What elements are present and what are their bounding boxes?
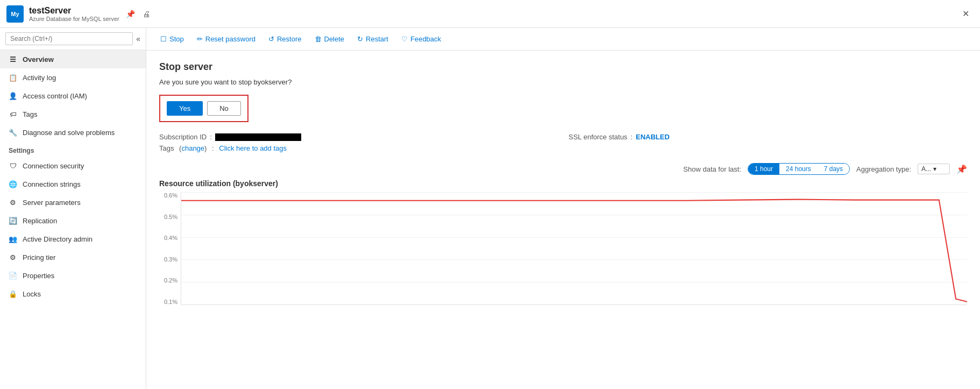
stop-button[interactable]: ☐ Stop <box>155 32 189 46</box>
aggregation-label: Aggregation type: <box>856 165 911 173</box>
aggregation-select[interactable]: A... ▾ <box>918 164 950 174</box>
page-content: Stop server Are you sure you want to sto… <box>146 51 980 389</box>
time-7days-button[interactable]: 7 days <box>818 164 849 174</box>
sidebar-item-label: Server parameters <box>23 199 81 207</box>
subscription-row: Subscription ID : <box>159 133 558 141</box>
sidebar-item-label: Activity log <box>23 74 56 82</box>
properties-icon: 📄 <box>9 271 17 280</box>
sidebar-item-server-parameters[interactable]: ⚙ Server parameters <box>0 193 146 211</box>
sidebar-item-tags[interactable]: 🏷 Tags <box>0 105 146 123</box>
chart-controls: Show data for last: 1 hour 24 hours 7 da… <box>159 163 967 175</box>
main-container: « ☰ Overview 📋 Activity log 👤 Access con… <box>0 28 980 389</box>
sidebar-item-label: Overview <box>23 55 54 63</box>
sidebar-item-replication[interactable]: 🔄 Replication <box>0 211 146 230</box>
sidebar-item-diagnose[interactable]: 🔧 Diagnose and solve problems <box>0 123 146 142</box>
chart-y-axis: 0.6% 0.5% 0.4% 0.3% 0.2% 0.1% <box>159 192 181 305</box>
replication-icon: 🔄 <box>9 216 17 225</box>
sidebar-item-label: Active Directory admin <box>23 235 93 243</box>
reset-password-button[interactable]: ✏ Reset password <box>191 32 261 46</box>
pin-button[interactable]: 📌 <box>125 9 136 19</box>
y-label-4: 0.4% <box>164 235 177 241</box>
activity-log-icon: 📋 <box>9 73 17 82</box>
collapse-button[interactable]: « <box>136 34 140 43</box>
heart-icon: ♡ <box>401 35 408 43</box>
sidebar-item-overview[interactable]: ☰ Overview <box>0 50 146 68</box>
sidebar-item-label: Locks <box>23 290 41 298</box>
time-24hours-button[interactable]: 24 hours <box>779 164 818 174</box>
y-label-6: 0.6% <box>164 192 177 199</box>
sidebar-item-activity-log[interactable]: 📋 Activity log <box>0 68 146 87</box>
sidebar-item-label: Replication <box>23 217 57 225</box>
pricing-tier-icon: ⚙ <box>9 253 17 261</box>
content-area: ☐ Stop ✏ Reset password ↺ Restore 🗑 Dele… <box>146 28 980 389</box>
chart-line-svg <box>181 192 967 305</box>
sidebar-item-pricing-tier[interactable]: ⚙ Pricing tier <box>0 248 146 266</box>
active-directory-icon: 👥 <box>9 235 17 243</box>
sidebar-item-access-control[interactable]: 👤 Access control (IAM) <box>0 87 146 105</box>
confirm-box: Yes No <box>159 95 248 122</box>
y-label-1: 0.1% <box>164 299 177 305</box>
aggregation-value: A... <box>921 165 931 173</box>
connection-strings-icon: 🌐 <box>9 180 17 188</box>
stop-server-description: Are you sure you want to stop byokserver… <box>159 78 967 86</box>
subscription-value <box>215 133 301 141</box>
server-subtitle: Azure Database for MySQL server <box>29 16 119 22</box>
restore-button[interactable]: ↺ Restore <box>263 32 307 46</box>
chart-title: Resource utilization (byokserver) <box>159 179 967 188</box>
overview-icon: ☰ <box>9 55 17 63</box>
tags-icon: 🏷 <box>9 110 17 118</box>
title-bar-left: My testServer Azure Database for MySQL s… <box>6 5 151 23</box>
sidebar-item-label: Pricing tier <box>23 253 55 261</box>
sidebar-item-label: Connection strings <box>23 180 81 188</box>
time-1hour-button[interactable]: 1 hour <box>748 164 779 174</box>
feedback-button[interactable]: ♡ Feedback <box>396 32 446 46</box>
chart-pin-icon[interactable]: 📌 <box>956 164 967 174</box>
trash-icon: 🗑 <box>315 35 322 43</box>
chart-container: 0.6% 0.5% 0.4% 0.3% 0.2% 0.1% <box>159 192 967 316</box>
locks-icon: 🔒 <box>9 289 17 298</box>
sidebar-search-container: « <box>0 28 146 50</box>
subscription-label: Subscription ID <box>159 133 207 141</box>
diagnose-icon: 🔧 <box>9 128 17 137</box>
show-data-label: Show data for last: <box>683 165 741 173</box>
title-bar: My testServer Azure Database for MySQL s… <box>0 0 980 28</box>
y-label-3: 0.3% <box>164 256 177 263</box>
connection-security-icon: 🛡 <box>9 161 17 170</box>
search-input[interactable] <box>5 32 133 45</box>
access-control-icon: 👤 <box>9 91 17 100</box>
tags-label: Tags <box>159 144 174 152</box>
delete-button[interactable]: 🗑 Delete <box>309 32 350 46</box>
title-info: testServer Azure Database for MySQL serv… <box>29 6 119 22</box>
restore-icon: ↺ <box>268 35 274 43</box>
sidebar-item-active-directory[interactable]: 👥 Active Directory admin <box>0 230 146 248</box>
sidebar-item-connection-strings[interactable]: 🌐 Connection strings <box>0 175 146 193</box>
server-name: testServer <box>29 6 119 16</box>
sidebar-item-label: Connection security <box>23 162 84 170</box>
tags-change-link[interactable]: change <box>181 144 204 152</box>
sidebar-item-label: Properties <box>23 272 54 280</box>
tags-row: Tags (change) : Click here to add tags <box>159 144 558 152</box>
sidebar-item-label: Diagnose and solve problems <box>23 129 115 137</box>
sidebar-item-locks[interactable]: 🔒 Locks <box>0 285 146 303</box>
ssl-label: SSL enforce status <box>569 133 627 141</box>
server-parameters-icon: ⚙ <box>9 198 17 207</box>
pencil-icon: ✏ <box>197 35 203 43</box>
server-info-grid: Subscription ID : SSL enforce status : E… <box>159 133 967 152</box>
restart-icon: ↻ <box>357 35 363 43</box>
time-buttons: 1 hour 24 hours 7 days <box>748 163 850 175</box>
close-button[interactable]: ✕ <box>958 6 974 21</box>
sidebar-item-label: Access control (IAM) <box>23 92 87 100</box>
restart-button[interactable]: ↻ Restart <box>352 32 394 46</box>
sidebar-item-connection-security[interactable]: 🛡 Connection security <box>0 157 146 175</box>
print-button[interactable]: 🖨 <box>141 9 151 19</box>
toolbar: ☐ Stop ✏ Reset password ↺ Restore 🗑 Dele… <box>146 28 980 51</box>
no-button[interactable]: No <box>207 101 241 116</box>
resource-utilization-line <box>181 200 967 302</box>
y-label-5: 0.5% <box>164 214 177 220</box>
tags-add-link[interactable]: Click here to add tags <box>219 144 287 152</box>
sidebar-item-properties[interactable]: 📄 Properties <box>0 266 146 285</box>
chevron-down-icon: ▾ <box>933 165 936 173</box>
stop-server-title: Stop server <box>159 61 967 73</box>
settings-section-label: Settings <box>0 142 146 157</box>
yes-button[interactable]: Yes <box>167 101 203 116</box>
